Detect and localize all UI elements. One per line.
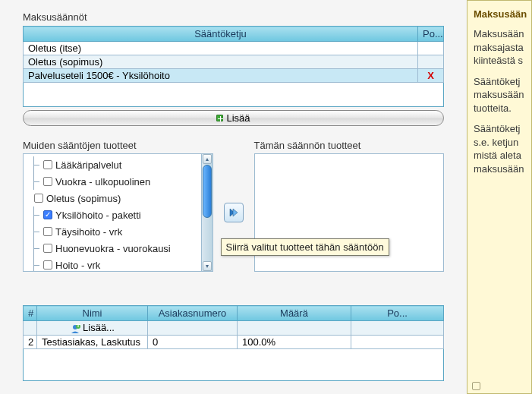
delete-x-icon[interactable]: X: [423, 70, 439, 81]
payer-cust-cell: 0: [148, 335, 238, 348]
payer-name-cell[interactable]: +Lisää...: [37, 321, 148, 336]
other-rules-products-tree[interactable]: LääkäripalvelutVuokra - ulkopuolinenOlet…: [23, 153, 213, 272]
svg-text:+: +: [75, 323, 80, 330]
rule-name-cell: Palveluseteli 1500€ - Yksilöhoito: [24, 69, 418, 83]
tree-line-icon: [27, 206, 40, 223]
payer-del-cell: [351, 321, 444, 336]
tree-item[interactable]: Oletus (sopimus): [27, 190, 209, 206]
help-title: Maksusään: [474, 8, 525, 20]
tree-item-label: Lääkäripalvelut: [55, 159, 121, 171]
tree-item-label: Vuokra - ulkopuolinen: [55, 176, 150, 188]
payer-header-cust: Asiakasnumero: [148, 306, 238, 321]
add-payer-label: Lisää...: [83, 322, 115, 333]
checkbox[interactable]: [43, 260, 52, 269]
help-panel: Maksusään Maksusään maksajasta kiinteäst…: [467, 0, 532, 394]
tree-item-label: Huonevuokra - vuorokausi: [55, 243, 171, 254]
rule-header-delete: Po...: [418, 27, 444, 42]
scroll-up-icon[interactable]: ▴: [203, 154, 212, 164]
move-products-button[interactable]: [224, 203, 244, 222]
rule-delete-cell: [418, 55, 444, 69]
checkbox[interactable]: [43, 227, 52, 236]
rule-row[interactable]: Oletus (sopimus): [24, 55, 444, 69]
payer-row[interactable]: +Lisää...: [24, 321, 444, 336]
rule-delete-cell[interactable]: X: [418, 69, 444, 83]
payer-row[interactable]: 2Testiasiakas, Laskutus0100.0%: [24, 335, 444, 348]
tree-item-label: Täysihoito - vrk: [55, 226, 122, 238]
tree-item[interactable]: Huonevuokra - vuorokausi: [27, 240, 209, 257]
add-rule-button[interactable]: Lisää: [23, 110, 444, 126]
resize-grip-icon[interactable]: [472, 382, 480, 390]
rule-row[interactable]: Palveluseteli 1500€ - YksilöhoitoX: [24, 69, 444, 83]
tree-item[interactable]: Lääkäripalvelut: [27, 156, 209, 173]
checkbox[interactable]: [43, 177, 52, 186]
help-paragraph: Maksusään maksajasta kiinteästä s: [474, 27, 525, 68]
rule-name-cell: Oletus (itse): [24, 42, 418, 55]
payer-table-empty-area: [23, 349, 444, 381]
plus-icon: [216, 115, 223, 121]
payer-header-name: Nimi: [37, 306, 148, 321]
payer-name-cell: Testiasiakas, Laskutus: [37, 335, 148, 348]
rule-name-cell: Oletus (sopimus): [24, 55, 418, 69]
payer-header-idx: #: [24, 306, 37, 321]
payer-idx-cell: 2: [24, 335, 37, 348]
svg-marker-1: [233, 209, 238, 216]
tree-item[interactable]: Täysihoito - vrk: [27, 223, 209, 240]
page-title: Maksusäännöt: [23, 11, 444, 23]
tree-item-label: Oletus (sopimus): [46, 193, 121, 204]
rule-chain-table[interactable]: Sääntöketju Po... Oletus (itse)Oletus (s…: [23, 26, 444, 83]
payer-table[interactable]: # Nimi Asiakasnumero Määrä Po... +Lisää.…: [23, 305, 444, 349]
payer-header-amt: Määrä: [238, 306, 351, 321]
payer-amt-cell: 100.0%: [238, 335, 351, 348]
rule-table-empty-area: [23, 83, 444, 107]
payer-amt-cell: [238, 321, 351, 336]
other-rules-products-title: Muiden sääntöjen tuotteet: [23, 140, 213, 151]
rule-delete-cell: [418, 42, 444, 55]
payer-header-del: Po...: [351, 306, 444, 321]
checkbox[interactable]: [43, 244, 52, 253]
rule-header-name: Sääntöketju: [24, 27, 418, 42]
tree-line-icon: [27, 257, 40, 272]
help-paragraph: Sääntöketj s.e. ketjun mistä aleta maksu…: [474, 122, 525, 175]
tree-line-icon: [27, 156, 40, 173]
this-rule-products-title: Tämän säännön tuotteet: [254, 140, 445, 151]
scroll-down-icon[interactable]: ▾: [203, 261, 212, 271]
help-paragraph: Sääntöketj maksusään tuotteita.: [474, 75, 525, 115]
scroll-thumb[interactable]: [203, 165, 212, 218]
arrow-right-icon: [228, 206, 240, 219]
add-rule-label: Lisää: [226, 112, 250, 124]
tree-line-icon: [27, 173, 40, 190]
tree-item[interactable]: Yksilöhoito - paketti: [27, 206, 209, 223]
tree-item-label: Yksilöhoito - paketti: [55, 210, 141, 221]
tree-item[interactable]: Hoito - vrk: [27, 257, 209, 272]
add-person-icon: +: [70, 323, 80, 334]
scrollbar[interactable]: ▴ ▾: [201, 154, 212, 271]
rule-row[interactable]: Oletus (itse): [24, 42, 444, 55]
checkbox[interactable]: [43, 160, 52, 169]
checkbox[interactable]: [43, 210, 52, 219]
tree-item[interactable]: Vuokra - ulkopuolinen: [27, 173, 209, 190]
payer-del-cell: [351, 335, 444, 348]
move-products-tooltip: Siirrä valitut tuotteet tähän sääntöön: [221, 238, 389, 256]
payer-idx-cell: [24, 321, 37, 336]
tree-item-label: Hoito - vrk: [55, 260, 100, 271]
checkbox[interactable]: [34, 194, 43, 203]
tree-line-icon: [27, 240, 40, 257]
tree-line-icon: [27, 223, 40, 240]
payer-cust-cell: [148, 321, 238, 336]
